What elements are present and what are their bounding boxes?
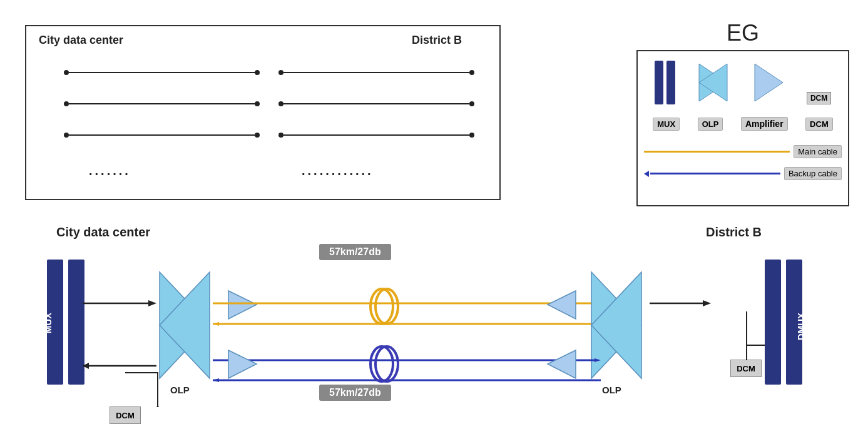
olp-right	[588, 269, 645, 381]
net-line	[69, 134, 255, 136]
backup-cable-row: Backup cable	[644, 167, 842, 180]
top-right-box: EG DCM MUX OLP Amplifier DCM Main cable	[636, 50, 849, 206]
amp-top-right	[544, 288, 579, 322]
bottom-city-label: City data center	[56, 225, 150, 240]
svg-marker-33	[156, 406, 159, 407]
net-dot	[255, 133, 260, 138]
net-line	[283, 134, 469, 136]
city-data-center-label: City data center	[39, 34, 123, 47]
olp-left	[156, 269, 213, 381]
main-cable-label: Main cable	[794, 145, 842, 158]
main-cable-top	[213, 301, 601, 305]
olp-legend-label: OLP	[698, 118, 723, 131]
dcm-right-box: DCM	[730, 360, 762, 377]
arrow-olp-dmux-top	[650, 297, 712, 310]
net-dot	[278, 133, 283, 138]
net-dot	[469, 133, 474, 138]
coil-orange	[363, 288, 401, 325]
net-line	[69, 103, 255, 104]
dcm-legend-label: DCM	[805, 118, 833, 131]
eg-title: EG	[638, 20, 848, 46]
svg-point-13	[375, 289, 398, 324]
coil-blue	[363, 345, 401, 383]
distance-badge-top: 57km/27db	[319, 244, 391, 260]
distance-badge-bottom: 57km/27db	[319, 385, 391, 401]
district-b-label-top: District B	[412, 34, 462, 47]
net-dot	[64, 101, 69, 106]
main-cable-return	[213, 322, 601, 326]
dcm-right-connector	[745, 311, 748, 360]
net-line	[69, 72, 255, 73]
backup-cable-label: Backup cable	[784, 167, 842, 180]
net-dot	[64, 70, 69, 75]
net-dot	[64, 133, 69, 138]
mux-icon-legend	[655, 61, 675, 104]
net-line	[283, 103, 469, 104]
arrow-mux-olp-left-top	[83, 297, 158, 310]
arrow-olp-mux-left-bottom	[83, 360, 158, 372]
net-dot	[255, 101, 260, 106]
ellipsis-right: ............	[302, 164, 374, 178]
bottom-district-label: District B	[706, 225, 762, 240]
dcm-left-hline	[125, 371, 158, 374]
dmux-label-right: DMUX	[795, 313, 806, 340]
amp-bottom-left	[225, 347, 260, 381]
dmux-rect-1	[765, 260, 781, 385]
amp-bottom-right	[544, 347, 579, 381]
net-dot	[278, 101, 283, 106]
svg-marker-29	[548, 350, 576, 378]
svg-marker-4	[148, 300, 156, 306]
amplifier-legend-label: Amplifier	[741, 117, 788, 131]
net-dot	[469, 101, 474, 106]
backup-cable-bottom-right	[213, 358, 601, 362]
svg-point-28	[375, 346, 398, 381]
net-line	[283, 72, 469, 73]
net-dot	[469, 70, 474, 75]
dcm-right-hline	[747, 344, 767, 346]
mux-label-left: MUX	[43, 313, 53, 333]
dcm-top-label: DCM	[807, 92, 831, 104]
svg-marker-2	[755, 64, 783, 101]
backup-cable-return	[213, 378, 601, 382]
olp-icon-legend	[696, 61, 730, 104]
olp-right-label: OLP	[602, 385, 621, 395]
net-dot	[255, 70, 260, 75]
top-left-box: City data center District B ....... ....…	[25, 25, 501, 200]
svg-marker-26	[228, 350, 257, 378]
dcm-left-vline	[156, 372, 159, 407]
amplifier-icon-legend	[752, 61, 786, 104]
bottom-diagram: City data center District B 57km/27db 57…	[0, 225, 868, 431]
svg-marker-18	[703, 300, 711, 306]
arrow-left-icon	[644, 171, 649, 177]
main-cable-row: Main cable	[644, 145, 842, 158]
mux-legend-label: MUX	[653, 118, 680, 131]
dcm-icon-top-legend: DCM	[807, 92, 831, 104]
net-dot	[278, 70, 283, 75]
dcm-left-box: DCM	[110, 406, 141, 424]
svg-marker-14	[548, 291, 576, 319]
svg-point-27	[370, 346, 393, 381]
ellipsis-left: .......	[89, 164, 131, 178]
backup-cable-line	[650, 173, 780, 174]
olp-left-label: OLP	[170, 385, 190, 395]
main-cable-line	[644, 151, 790, 153]
svg-point-12	[370, 289, 393, 324]
svg-marker-23	[595, 358, 601, 362]
